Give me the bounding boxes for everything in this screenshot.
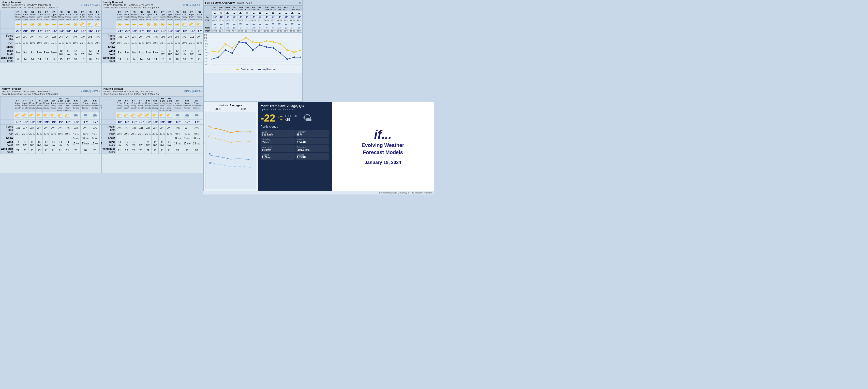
pop-cell: 20 % [145, 132, 152, 136]
weather-icon-cell: ☀ [116, 21, 123, 28]
temp-cell: -17° [182, 119, 192, 125]
ov-day-icon: ☁ [296, 11, 302, 16]
wind-cell: 14 NW [43, 140, 50, 147]
icon-label [102, 21, 116, 28]
feels-cell: -28 [43, 125, 50, 132]
col-header: Fri2 pmMainly sunny [159, 10, 166, 21]
snow-cell: - [116, 45, 123, 49]
col-header: Sat6 amScattered flurries [192, 97, 201, 112]
ov-col-hdr: Sun01/21 [218, 6, 224, 11]
temp-cell: -19° [29, 119, 36, 125]
panel-sub-1: FRIDAY, JANUARY 19 - MONDAY, JANUARY 22 [2, 4, 58, 6]
feels-cell: -25 [90, 125, 99, 132]
ceiling-label: Ceiling [262, 154, 293, 156]
feels-cell: -28 [36, 125, 43, 132]
gust-cell: 17 [166, 56, 174, 63]
weather-icon-cell: ⛅ [152, 112, 159, 119]
ov-day-icon: 🌧 [224, 11, 231, 16]
temp-cell: -19° [50, 119, 57, 125]
overview-close-btn[interactable]: × [299, 1, 301, 5]
pop-cell: 20 % [94, 41, 101, 45]
ov-night-temp: -13° [276, 26, 283, 29]
snow-label: Snow [1, 45, 14, 49]
prev-btn-1[interactable]: ‹ PREV [81, 4, 90, 6]
temp-chart [212, 34, 301, 67]
if-title: if... [374, 128, 392, 142]
prev-btn-2[interactable]: ‹ PREV [183, 4, 191, 6]
next-btn-2[interactable]: NEXT › [193, 4, 202, 6]
temp-cell: -16° [188, 28, 195, 34]
gust-cell: 17 [65, 56, 72, 63]
next-btn-4[interactable]: NEXT › [193, 90, 202, 93]
ov-night-icon-label [204, 22, 212, 26]
feels-cell: -28 [116, 34, 123, 41]
panel-nav-2[interactable]: ‹ PREV | NEXT › [183, 4, 202, 6]
day-temp-dot [212, 50, 212, 52]
ov-col-hdr: Fri02/02 [296, 6, 302, 11]
ov-daypop-label: POP [204, 19, 212, 22]
feels-label: Feelslike [1, 34, 14, 41]
gust-cell: 14 [116, 56, 123, 63]
ov-empty-hdr [204, 6, 212, 11]
wind-cell: 15 NW [123, 140, 130, 147]
pop-cell: 40 % [173, 132, 182, 136]
feels-cell: -26 [71, 125, 81, 132]
wind-label: Wind(km/h) [1, 49, 14, 56]
wind-cell: 9 N [123, 49, 130, 56]
wind-cell: 13 NW [192, 140, 201, 147]
wind-cell: 9 NW [43, 49, 50, 56]
icon-label [1, 21, 14, 28]
panel-snow-2: Snow Outlook: Close to 1 cm 8:00am Fri t… [103, 6, 159, 9]
pop-cell: 10 % [65, 41, 72, 45]
overview-title: Full 14 Days Overview Jan 20 - Feb 2 [205, 1, 252, 4]
snow-label: Snow [102, 136, 116, 140]
ov-day-icon: ☁ [212, 11, 218, 16]
ov-day-pop: 30 % [250, 19, 257, 22]
temp-cell: -16° [87, 28, 94, 34]
wind-cell: 9 NW [36, 49, 43, 56]
next-btn-3[interactable]: NEXT › [92, 90, 100, 93]
panel-nav-3[interactable]: ‹ PREV | NEXT › [81, 90, 100, 93]
snow-cell: - [152, 45, 159, 49]
night-temp-dot [266, 46, 268, 48]
temp-cell: -18° [116, 119, 123, 125]
snow-cell: - [87, 45, 94, 49]
pop-cell: 20 % [43, 132, 50, 136]
gust-cell: 20 [188, 56, 195, 63]
col-header: Fri8 amMainly sunny [116, 10, 123, 21]
current-temp-row: -22 °C FEELS LIKE -29 🌤 [260, 112, 329, 124]
panel-nav-4[interactable]: ‹ PREV | NEXT › [183, 90, 202, 93]
panel-nav-1[interactable]: ‹ PREV | NEXT › [81, 4, 100, 6]
feels-cell: -28 [50, 125, 57, 132]
ov-day-icon: ☀ [244, 11, 250, 16]
historic-panel: Historic Averages: JAN FEB [204, 102, 258, 191]
weather-icon-cell: ☀ [43, 21, 50, 28]
weather-icon-cell: ⛅ [137, 112, 145, 119]
weather-icon-cell: ☀ [166, 21, 174, 28]
ov-day-icon: ☁ [264, 11, 270, 16]
ov-night-temp: -19° [283, 26, 289, 29]
ov-night-icon: ☁ [212, 22, 218, 26]
chart-label-1: 3°C [204, 37, 209, 39]
ov-day-pop: 60 % [289, 19, 296, 22]
ov-day-temp: 2° [244, 16, 250, 19]
screenshot-credit: Screenshots/Data Courtesy of The Weather… [204, 191, 434, 194]
next-btn-1[interactable]: NEXT › [92, 4, 100, 6]
weather-icon-cell: ⛅ [188, 21, 195, 28]
pop-cell: 30 % [159, 132, 166, 136]
ov-night-icon: ☁ [231, 22, 238, 26]
pop-cell: 20 % [36, 132, 43, 136]
gust-cell: 21 [14, 147, 21, 154]
sunset-label: Sunset [297, 154, 328, 156]
prev-btn-4[interactable]: ‹ PREV [183, 90, 191, 93]
gust-cell: 23 [130, 147, 137, 154]
weather-icon-cell: 🌨 [81, 112, 90, 119]
prev-btn-3[interactable]: ‹ PREV [81, 90, 90, 93]
ov-night-temp: -3° [244, 26, 250, 29]
gust-cell: 18 [174, 56, 181, 63]
temp-label [102, 119, 116, 125]
ov-night-pop: 60 % [289, 29, 296, 33]
weather-icon-cell: 🌨 [173, 112, 182, 119]
snow-cell: <1 cm [173, 136, 182, 140]
weather-icon-cell: ⛅ [195, 21, 203, 28]
